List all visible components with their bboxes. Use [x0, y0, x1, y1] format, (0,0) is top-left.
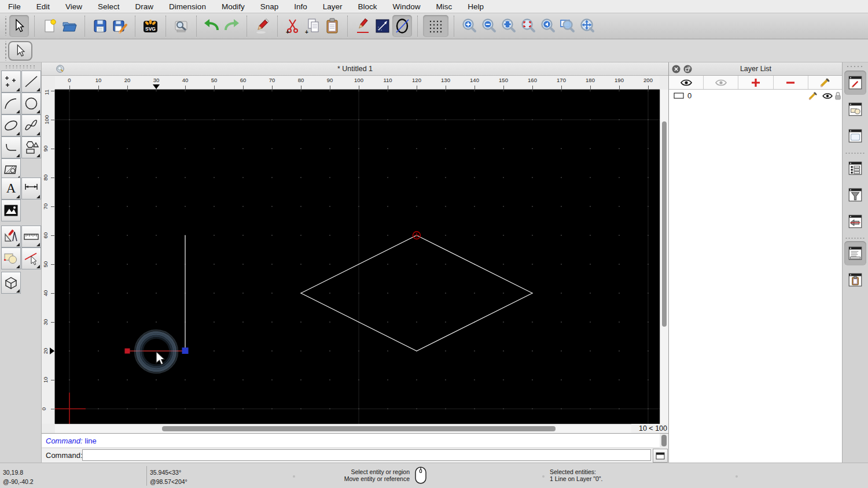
flyout-indicator — [36, 154, 40, 157]
clipboard-dock-button[interactable] — [844, 268, 866, 292]
cursor-arrow-icon — [13, 44, 27, 58]
ruler-label: 180 — [586, 77, 595, 83]
layer-list-dock-button[interactable] — [844, 71, 866, 95]
grid-toggle-button[interactable] — [423, 15, 448, 37]
scrollbar-thumb[interactable] — [661, 435, 667, 446]
edit-layer-button[interactable] — [808, 76, 843, 89]
select-tool-button[interactable] — [9, 15, 29, 37]
grid-dot — [127, 90, 128, 91]
menu-item-view[interactable]: View — [65, 2, 82, 11]
toolbar-drag-handle[interactable] — [3, 16, 8, 36]
drawing-canvas[interactable] — [55, 90, 660, 424]
text-tool-button[interactable]: A — [1, 178, 21, 199]
zoom-out-button[interactable] — [479, 15, 499, 37]
layer-row[interactable]: 0 — [669, 90, 843, 102]
modify-tools-button[interactable] — [1, 225, 21, 247]
zoom-selected-button[interactable] — [518, 15, 538, 37]
delete-selected-tool-button[interactable] — [21, 247, 41, 269]
drawing-window-titlebar[interactable]: * Untitled 1 — [42, 62, 668, 76]
close-icon[interactable] — [672, 65, 681, 73]
window-menu-icon[interactable] — [56, 64, 65, 73]
redo-button[interactable] — [222, 15, 241, 37]
scrollbar-thumb[interactable] — [162, 426, 556, 431]
ellipse-tool-palette-button[interactable] — [1, 114, 21, 136]
block-list-dock-button[interactable] — [844, 97, 866, 121]
pencil-icon[interactable] — [808, 91, 818, 101]
zoom-auto-button[interactable] — [499, 15, 518, 37]
zoom-window-button[interactable] — [558, 15, 578, 37]
menu-item-help[interactable]: Help — [468, 2, 484, 11]
menu-item-edit[interactable]: Edit — [36, 2, 50, 11]
command-detach-button[interactable] — [653, 449, 668, 463]
grid-dot — [98, 264, 99, 265]
grid-dot — [156, 379, 157, 380]
cut-button[interactable]: + — [283, 15, 303, 37]
show-all-layers-button[interactable] — [669, 76, 704, 89]
zoom-in-button[interactable] — [459, 15, 479, 37]
measure-tool-button[interactable] — [21, 225, 41, 247]
menu-item-file[interactable]: File — [8, 2, 21, 11]
command-input[interactable] — [82, 449, 651, 461]
open-file-button[interactable] — [60, 15, 79, 37]
menu-item-draw[interactable]: Draw — [135, 2, 154, 11]
canvas-vertical-scrollbar[interactable] — [660, 90, 668, 424]
copy-button[interactable]: + — [303, 15, 322, 37]
grid-dot — [648, 90, 649, 91]
order-tool-button[interactable] — [1, 247, 21, 269]
menu-item-info[interactable]: Info — [294, 2, 307, 11]
toolbar-drag-handle[interactable] — [3, 41, 8, 61]
polygon-tool-button[interactable] — [21, 136, 41, 158]
line-settings-button[interactable] — [373, 15, 392, 37]
polyline-tool-button[interactable] — [1, 136, 21, 158]
canvas-horizontal-scrollbar[interactable] — [55, 424, 631, 433]
image-tool-button[interactable] — [1, 199, 21, 221]
selection-filter-dock-button[interactable] — [844, 183, 866, 207]
zoom-previous-button[interactable] — [538, 15, 558, 37]
selection-pointer-button[interactable] — [8, 41, 32, 61]
menu-item-block[interactable]: Block — [358, 2, 377, 11]
lock-icon[interactable] — [834, 91, 841, 101]
save-as-button[interactable] — [110, 15, 130, 37]
menu-item-misc[interactable]: Misc — [436, 2, 453, 11]
remove-layer-button[interactable] — [774, 76, 808, 89]
line-tool-button[interactable] — [21, 71, 41, 93]
save-button[interactable] — [90, 15, 110, 37]
menu-item-modify[interactable]: Modify — [222, 2, 245, 11]
pen-palette-dock-button[interactable] — [844, 209, 866, 234]
views-3d-tool-button[interactable] — [1, 272, 21, 294]
menu-item-window[interactable]: Window — [393, 2, 421, 11]
circle-tool-button[interactable] — [21, 93, 41, 114]
delete-button[interactable] — [252, 15, 272, 37]
menu-item-dimension[interactable]: Dimension — [169, 2, 206, 11]
menu-item-select[interactable]: Select — [98, 2, 120, 11]
command-history-scrollbar[interactable] — [660, 434, 668, 448]
entity-list-dock-button[interactable] — [844, 156, 866, 180]
points-tool-button[interactable] — [1, 71, 21, 93]
dimension-tool-button[interactable] — [21, 178, 41, 199]
dock-drag-handle[interactable] — [846, 65, 865, 68]
toolbar-separator — [277, 16, 283, 36]
pen-attributes-button[interactable] — [353, 15, 373, 37]
menu-item-layer[interactable]: Layer — [323, 2, 343, 11]
zoom-pan-button[interactable] — [578, 15, 597, 37]
paste-button[interactable] — [322, 15, 342, 37]
export-svg-button[interactable]: SVG — [141, 15, 160, 37]
arc-tool-button[interactable] — [1, 93, 21, 114]
spline-tool-button[interactable] — [21, 114, 41, 136]
grid-dot — [156, 321, 157, 323]
print-preview-button[interactable] — [171, 15, 191, 37]
add-layer-button[interactable] — [738, 76, 773, 89]
menu-item-snap[interactable]: Snap — [260, 2, 279, 11]
undock-icon[interactable] — [683, 65, 692, 73]
grid-dot — [242, 235, 244, 236]
scrollbar-thumb[interactable] — [662, 121, 667, 327]
command-widget-dock-button[interactable] — [844, 241, 866, 265]
hide-all-layers-button[interactable] — [704, 76, 738, 89]
undo-button[interactable] — [202, 15, 222, 37]
palette-drag-handle[interactable] — [5, 65, 37, 68]
new-document-button[interactable] — [40, 15, 60, 37]
text-tool-glyph: A — [6, 181, 16, 196]
ellipse-tool-button[interactable] — [392, 15, 412, 37]
library-browser-dock-button[interactable] — [844, 124, 866, 148]
layer-visibility-eye-icon[interactable] — [822, 92, 833, 100]
